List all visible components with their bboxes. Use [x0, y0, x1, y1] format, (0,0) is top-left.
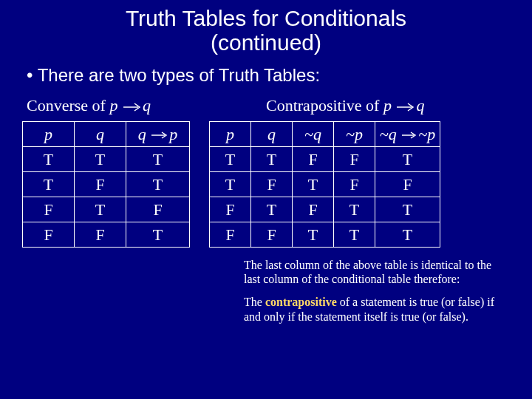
table-row: FTFTT [210, 197, 440, 222]
col-nq-implies-np: ~q ~p [375, 122, 440, 147]
cell: T [251, 147, 293, 172]
cell: F [251, 222, 293, 248]
var-q: q [416, 96, 424, 115]
var-nq: ~q [380, 125, 397, 143]
arrow-icon [122, 102, 143, 112]
table-row: FFT [23, 222, 190, 248]
table-labels: Converse of p q Contrapositive of p q [22, 96, 510, 115]
cell: T [375, 147, 440, 172]
cell: T [75, 147, 126, 172]
cell: F [23, 197, 75, 222]
cell: T [251, 197, 293, 222]
col-p: p [210, 122, 251, 147]
note-2-pre: The [244, 296, 265, 308]
table-header-row: p q ~q ~p ~q ~p [210, 122, 440, 147]
cell: T [293, 222, 334, 248]
var-q: q [143, 96, 151, 115]
var-np: ~p [418, 125, 435, 143]
cell: F [23, 222, 75, 248]
col-q: q [75, 122, 126, 147]
cell: T [126, 172, 190, 197]
cell: F [293, 197, 334, 222]
arrow-icon [150, 131, 169, 140]
table-row: TTT [23, 147, 190, 172]
table-row: TFT [23, 172, 190, 197]
col-q-implies-p: q p [126, 122, 190, 147]
table-row: TTFFT [210, 147, 440, 172]
cell: T [23, 172, 75, 197]
cell: F [126, 197, 190, 222]
title-line-2: (continued) [211, 30, 321, 55]
title-line-1: Truth Tables for Conditionals [126, 6, 406, 30]
cell: F [334, 147, 375, 172]
var-q: q [138, 125, 146, 143]
cell: T [334, 197, 375, 222]
cell: F [293, 147, 334, 172]
slide-title: Truth Tables for Conditionals (continued… [22, 6, 510, 55]
cell: T [375, 197, 440, 222]
table-row: FTF [23, 197, 190, 222]
col-not-p: ~p [334, 122, 375, 147]
cell: F [75, 172, 126, 197]
note-2: The contrapositive of a statement is tru… [244, 295, 510, 323]
contrapositive-table: p q ~q ~p ~q ~p TTFFT TFTFF FTFTT FFTTT [209, 121, 440, 248]
var-p: p [169, 125, 177, 143]
cell: F [375, 172, 440, 197]
col-q: q [251, 122, 293, 147]
contrapositive-highlight: contrapositive [265, 296, 337, 308]
note-1: The last column of the above table is id… [244, 258, 510, 286]
table-header-row: p q q p [23, 122, 190, 147]
cell: T [126, 222, 190, 248]
tables-row: p q q p TTT TFT FTF FFT p q ~q ~p ~q ~p … [22, 121, 510, 248]
cell: T [126, 147, 190, 172]
cell: T [334, 222, 375, 248]
bullet-line: • There are two types of Truth Tables: [22, 65, 510, 86]
cell: F [75, 222, 126, 248]
cell: T [75, 197, 126, 222]
cell: T [210, 147, 251, 172]
arrow-icon [400, 131, 418, 140]
footnotes: The last column of the above table is id… [244, 258, 510, 324]
col-p: p [23, 122, 75, 147]
converse-label: Converse of p q [22, 96, 251, 115]
cell: F [334, 172, 375, 197]
cell: T [23, 147, 75, 172]
contrapositive-label-text: Contrapositive of [266, 96, 383, 115]
cell: T [375, 222, 440, 248]
converse-label-text: Converse of [27, 96, 109, 115]
cell: F [210, 222, 251, 248]
contrapositive-label: Contrapositive of p q [251, 96, 424, 115]
table-row: FFTTT [210, 222, 440, 248]
var-p: p [109, 96, 117, 115]
var-p: p [383, 96, 392, 115]
converse-table: p q q p TTT TFT FTF FFT [22, 121, 190, 248]
col-not-q: ~q [293, 122, 334, 147]
arrow-icon [395, 102, 416, 112]
cell: T [293, 172, 334, 197]
cell: F [251, 172, 293, 197]
cell: F [210, 197, 251, 222]
cell: T [210, 172, 251, 197]
table-row: TFTFF [210, 172, 440, 197]
